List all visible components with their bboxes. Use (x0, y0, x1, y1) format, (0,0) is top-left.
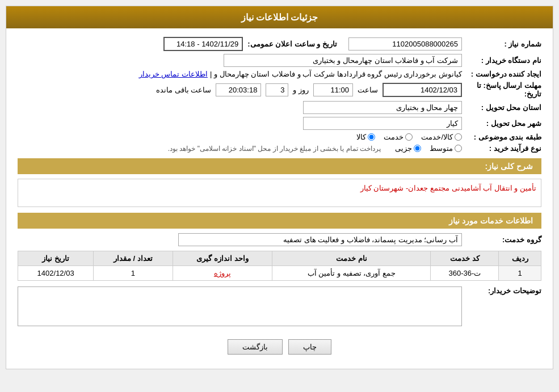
city-value: کیار (303, 117, 462, 130)
need-number-label: شماره نیاز : (462, 40, 541, 48)
category-option-khadamat[interactable]: خدمت (384, 133, 413, 141)
purchase-type-note: پرداخت تمام یا بخشی از مبلغ خریدار از مح… (168, 145, 381, 153)
purchase-type-label-jozei: جزیی (395, 144, 412, 153)
requester-separator: | (210, 70, 212, 78)
category-option-kala-khadamat[interactable]: کالا/خدمت (421, 133, 462, 141)
purchase-type-label: نوع فرآیند خرید : (462, 144, 541, 153)
need-number-row: شماره نیاز : 1102005088000265 تاریخ و سا… (18, 37, 541, 51)
answer-time-label: ساعت (358, 86, 378, 94)
purchase-type-radio-group: متوسط جزیی پرداخت تمام یا بخشی از مبلغ خ… (168, 144, 462, 153)
unit-link[interactable]: پروژه (214, 269, 231, 277)
requester-link[interactable]: اطلاعات تماس خریدار (139, 70, 208, 78)
province-label: استان محل تحویل : (462, 103, 541, 112)
buyer-org-label: نام دستگاه خریدار : (462, 56, 541, 65)
print-button[interactable]: چاپ (288, 339, 331, 355)
answer-date-row: 1402/12/03 ساعت 11:00 روز و 3 20:03:18 س… (156, 83, 462, 97)
city-row: شهر محل تحویل : کیار (18, 117, 541, 130)
col-date: تاریخ نیاز (18, 251, 94, 266)
answer-days: 3 (266, 83, 288, 96)
answer-time: 11:00 (313, 83, 353, 96)
general-desc-value: تأمین و انتقال آب آشامیدنی مجتمع جعدان- … (360, 184, 536, 192)
buyer-org-value: شرکت آب و فاضلاب استان چهارمحال و بختیار… (224, 54, 462, 67)
general-desc-section: شرح کلی نیاز: (18, 158, 541, 174)
cell-quantity: 1 (94, 266, 173, 281)
province-row: استان محل تحویل : چهار محال و بختیاری (18, 101, 541, 114)
answer-remaining-label: ساعت باقی مانده (156, 86, 211, 94)
services-table: ردیف کد خدمت نام خدمت واحد اندازه گیری ت… (18, 251, 541, 281)
purchase-type-label-motavasset: متوسط (430, 144, 453, 153)
col-row-num: ردیف (499, 251, 541, 266)
col-unit: واحد اندازه گیری (173, 251, 272, 266)
page-header: جزئیات اطلاعات نیاز (6, 6, 553, 28)
category-option-kala[interactable]: کالا (356, 133, 375, 141)
requester-row: ایجاد کننده درخواست : کیانوش برخورداری ر… (18, 70, 541, 78)
answer-days-label: روز و (293, 86, 309, 94)
category-label-kala-khadamat: کالا/خدمت (421, 133, 453, 141)
requester-value: کیانوش برخورداری رئیس گروه قراردادها شرک… (214, 70, 462, 78)
purchase-type-radio-motavasset[interactable] (455, 145, 462, 152)
buyer-notes-label: توضیحات خریدار: (462, 286, 541, 295)
general-desc-label: شرح کلی نیاز: (485, 162, 533, 171)
category-radio-kala-khadamat[interactable] (455, 133, 462, 141)
service-group-row: گروه خدمت: آب رسانی؛ مدیریت پسماند، فاضل… (18, 233, 541, 246)
answer-deadline-label: مهلت ارسال پاسخ: تا تاریخ: (462, 81, 541, 98)
category-row: طبقه بندی موضوعی : کالا/خدمت خدمت کالا (18, 133, 541, 141)
buyer-org-row: نام دستگاه خریدار : شرکت آب و فاضلاب است… (18, 54, 541, 67)
need-number-value: 1102005088000265 (348, 37, 462, 50)
announce-date-label: تاریخ و ساعت اعلان عمومی: (247, 40, 337, 48)
table-row: 1 ت-36-360 جمع آوری، تصفیه و تأمین آب پر… (18, 266, 541, 281)
cell-unit: پروژه (173, 266, 272, 281)
service-group-label: گروه خدمت: (462, 235, 541, 244)
col-name: نام خدمت (272, 251, 431, 266)
cell-date: 1402/12/03 (18, 266, 94, 281)
city-label: شهر محل تحویل : (462, 119, 541, 128)
back-button[interactable]: بازگشت (228, 339, 283, 355)
cell-code: ت-36-360 (431, 266, 499, 281)
buyer-notes-container (18, 286, 462, 328)
service-group-value: آب رسانی؛ مدیریت پسماند، فاضلاب و فعالیت… (178, 233, 462, 246)
category-radio-kala[interactable] (368, 133, 375, 141)
services-section-header: اطلاعات خدمات مورد نیاز (18, 213, 541, 229)
purchase-type-option-motavasset[interactable]: متوسط (430, 144, 462, 153)
general-desc-area: تأمین و انتقال آب آشامیدنی مجتمع جعدان- … (18, 179, 541, 207)
col-code: کد خدمت (431, 251, 499, 266)
services-section-label: اطلاعات خدمات مورد نیاز (449, 216, 533, 225)
col-quantity: تعداد / مقدار (94, 251, 173, 266)
buyer-notes-row: توضیحات خریدار: (18, 286, 541, 328)
buyer-notes-textarea[interactable] (18, 286, 462, 326)
services-table-header: ردیف کد خدمت نام خدمت واحد اندازه گیری ت… (18, 251, 541, 266)
answer-date: 1402/12/03 (383, 83, 462, 97)
bottom-buttons: چاپ بازگشت (18, 331, 541, 360)
main-container: جزئیات اطلاعات نیاز شماره نیاز : 1102005… (6, 6, 553, 369)
category-radio-group: کالا/خدمت خدمت کالا (356, 133, 462, 141)
purchase-type-radio-jozei[interactable] (414, 145, 421, 152)
page-wrapper: جزئیات اطلاعات نیاز شماره نیاز : 1102005… (0, 0, 559, 392)
cell-name: جمع آوری، تصفیه و تأمین آب (272, 266, 431, 281)
announce-date-value: 1402/11/29 - 14:18 (163, 37, 243, 51)
page-title: جزئیات اطلاعات نیاز (241, 12, 318, 22)
answer-deadline-row: مهلت ارسال پاسخ: تا تاریخ: 1402/12/03 سا… (18, 81, 541, 98)
content-area: شماره نیاز : 1102005088000265 تاریخ و سا… (6, 28, 553, 369)
purchase-type-option-jozei[interactable]: جزیی (395, 144, 421, 153)
category-radio-khadamat[interactable] (405, 133, 413, 141)
requester-label: ایجاد کننده درخواست : (462, 70, 541, 78)
cell-row-num: 1 (499, 266, 541, 281)
category-label: طبقه بندی موضوعی : (462, 133, 541, 141)
province-value: چهار محال و بختیاری (303, 101, 462, 114)
purchase-type-row: نوع فرآیند خرید : متوسط جزیی پرداخت تمام… (18, 144, 541, 153)
answer-remaining: 20:03:18 (216, 83, 261, 96)
category-label-khadamat: خدمت (384, 133, 404, 141)
category-label-kala: کالا (356, 133, 366, 141)
